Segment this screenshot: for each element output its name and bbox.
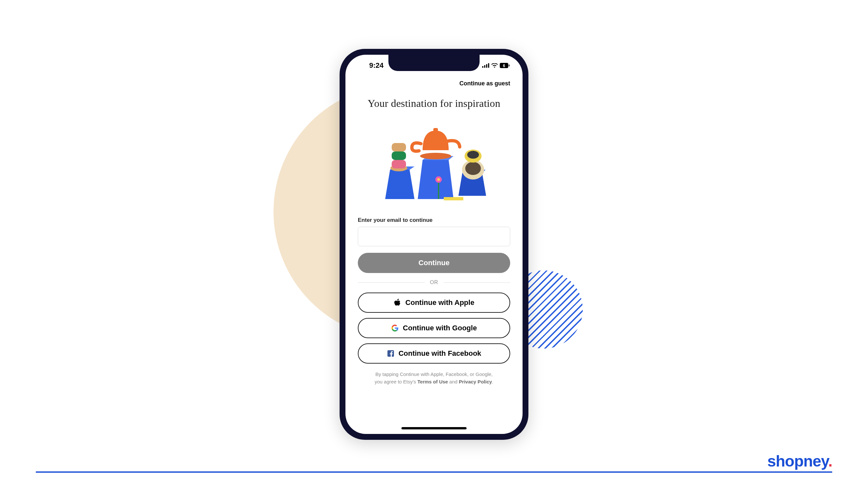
home-indicator[interactable] [401, 427, 467, 429]
svg-rect-13 [392, 160, 406, 168]
facebook-icon [387, 350, 395, 357]
svg-point-21 [467, 151, 479, 159]
terms-of-use-link[interactable]: Terms of Use [417, 379, 448, 384]
divider-line-right [443, 283, 510, 283]
continue-with-apple-button[interactable]: Continue with Apple [358, 292, 510, 313]
svg-rect-3 [488, 63, 489, 68]
brand-logo: shopney. [761, 452, 832, 470]
continue-with-google-button[interactable]: Continue with Google [358, 318, 510, 338]
brand-name: shopney [767, 453, 828, 470]
page-title: Your destination for inspiration [358, 97, 510, 110]
svg-rect-25 [444, 197, 463, 200]
continue-button[interactable]: Continue [358, 253, 510, 273]
battery-label-text: 6 [503, 63, 505, 68]
phone-frame: 9:24 [340, 49, 528, 440]
svg-rect-15 [392, 143, 406, 151]
privacy-policy-link[interactable]: Privacy Policy [459, 379, 492, 384]
svg-rect-1 [484, 65, 486, 68]
facebook-button-label: Continue with Facebook [399, 349, 481, 358]
svg-marker-6 [385, 170, 414, 199]
divider-line-left [358, 283, 425, 283]
legal-prefix-2: you agree to Etsy's [375, 379, 417, 384]
google-button-label: Continue with Google [403, 324, 477, 332]
legal-joiner: and [448, 379, 459, 384]
svg-rect-5 [509, 64, 510, 66]
legal-line-1: By tapping Continue with Apple, Facebook… [375, 371, 493, 377]
svg-point-24 [437, 178, 440, 181]
svg-rect-17 [433, 128, 438, 132]
svg-point-19 [465, 162, 481, 175]
continue-with-facebook-button[interactable]: Continue with Facebook [358, 343, 510, 364]
svg-rect-2 [486, 64, 487, 68]
svg-point-16 [420, 153, 451, 159]
phone-notch [389, 55, 479, 71]
apple-button-label: Continue with Apple [405, 298, 474, 307]
legal-text: By tapping Continue with Apple, Facebook… [358, 371, 510, 385]
or-divider: OR [358, 280, 510, 285]
svg-rect-0 [482, 66, 484, 68]
divider-text: OR [430, 280, 438, 285]
continue-as-guest-link[interactable]: Continue as guest [358, 80, 510, 87]
apple-icon [394, 299, 401, 307]
phone-screen: 9:24 [345, 55, 523, 434]
wifi-icon [491, 63, 498, 68]
battery-icon: 6 [500, 63, 509, 68]
signal-icon [482, 63, 489, 68]
email-input[interactable] [358, 227, 510, 246]
svg-rect-14 [392, 151, 406, 160]
brand-dot: . [828, 453, 832, 470]
legal-suffix: . [492, 379, 493, 384]
hero-illustration [358, 119, 510, 204]
email-field-label: Enter your email to continue [358, 217, 510, 224]
app-content: Continue as guest Your destination for i… [345, 74, 523, 434]
footer-divider [36, 471, 832, 473]
google-icon [391, 324, 399, 332]
